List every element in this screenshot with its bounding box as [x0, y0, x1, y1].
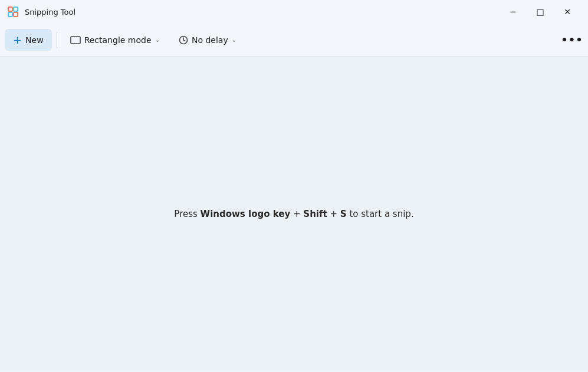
new-button-label: New: [25, 35, 44, 45]
hint-suffix: to start a snip.: [347, 209, 414, 219]
title-bar: Snipping Tool ─ □ ✕: [0, 0, 588, 24]
hint-bold-shift: Shift: [303, 209, 327, 219]
title-bar-controls: ─ □ ✕: [500, 2, 581, 21]
main-content: Press Windows logo key + Shift + S to st…: [0, 57, 588, 371]
maximize-button[interactable]: □: [527, 2, 554, 21]
title-bar-left: Snipping Tool: [7, 6, 75, 18]
rectangle-mode-label: Rectangle mode: [84, 35, 152, 45]
rectangle-mode-chevron: ⌄: [155, 37, 160, 43]
toolbar-divider: [57, 32, 57, 48]
app-icon: [7, 6, 19, 18]
clock-icon: [179, 35, 188, 45]
plus-icon: +: [13, 34, 22, 46]
more-options-icon: •••: [561, 34, 583, 46]
hint-bold-s: S: [340, 209, 347, 219]
minimize-button[interactable]: ─: [500, 2, 527, 21]
svg-rect-0: [8, 7, 12, 11]
rectangle-mode-button[interactable]: Rectangle mode ⌄: [62, 31, 168, 50]
no-delay-chevron: ⌄: [232, 37, 236, 43]
more-options-button[interactable]: •••: [561, 29, 583, 51]
app-title: Snipping Tool: [25, 8, 75, 17]
hint-plus-1: +: [290, 209, 303, 219]
snipping-tool-icon: [7, 6, 19, 18]
new-button[interactable]: + New: [5, 29, 52, 51]
no-delay-label: No delay: [192, 35, 228, 45]
hint-plus-2: +: [327, 209, 340, 219]
toolbar: + New Rectangle mode ⌄ No delay ⌄ •••: [0, 24, 588, 57]
close-button[interactable]: ✕: [554, 2, 581, 21]
hint-prefix: Press: [174, 209, 200, 219]
svg-rect-2: [8, 12, 12, 17]
close-icon: ✕: [564, 7, 571, 17]
minimize-icon: ─: [511, 7, 515, 17]
svg-rect-1: [14, 7, 18, 11]
hint-text: Press Windows logo key + Shift + S to st…: [174, 208, 413, 221]
svg-line-7: [183, 40, 185, 41]
maximize-icon: □: [536, 7, 544, 17]
svg-rect-3: [14, 12, 18, 17]
no-delay-button[interactable]: No delay ⌄: [170, 31, 245, 50]
hint-bold-windows: Windows logo key: [201, 209, 291, 219]
svg-rect-4: [71, 37, 80, 44]
rectangle-mode-icon: [70, 36, 81, 44]
